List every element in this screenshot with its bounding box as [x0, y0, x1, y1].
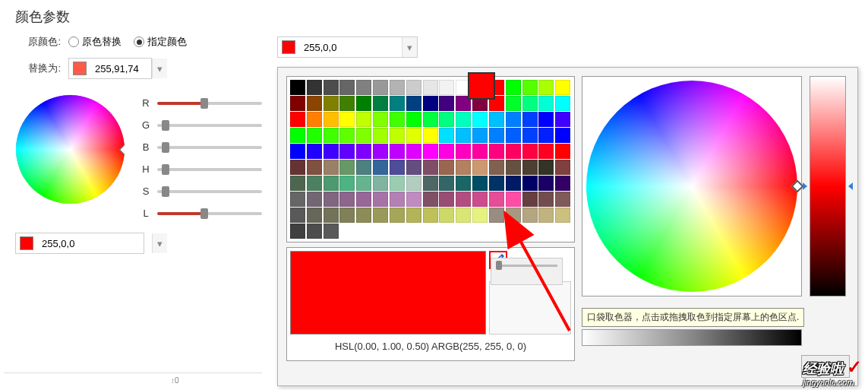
palette-cell[interactable]: [423, 176, 438, 191]
palette-cell[interactable]: [506, 160, 521, 175]
palette-cell[interactable]: [406, 176, 421, 191]
palette-cell[interactable]: [538, 96, 554, 111]
palette-cell[interactable]: [290, 208, 305, 223]
palette-cell[interactable]: [472, 208, 488, 223]
palette-cell[interactable]: [423, 96, 438, 111]
slider-g[interactable]: G: [140, 119, 262, 131]
palette-cell[interactable]: [290, 192, 305, 207]
palette-cell[interactable]: [522, 96, 538, 111]
palette-cell[interactable]: [439, 208, 454, 223]
palette-cell[interactable]: [472, 176, 488, 191]
palette-cell[interactable]: [522, 176, 538, 191]
palette-cell[interactable]: [339, 192, 355, 207]
palette-cell[interactable]: [406, 112, 421, 127]
palette-cell[interactable]: [439, 80, 454, 95]
slider-track[interactable]: [157, 146, 262, 149]
palette-cell[interactable]: [522, 80, 538, 95]
palette-cell[interactable]: [472, 112, 488, 127]
palette-cell[interactable]: [290, 144, 305, 159]
palette-cell[interactable]: [339, 208, 355, 223]
palette-cell[interactable]: [406, 192, 421, 207]
palette-cell[interactable]: [439, 160, 454, 175]
palette-cell[interactable]: [439, 144, 454, 159]
palette-cell[interactable]: [373, 80, 388, 95]
palette-cell[interactable]: [555, 208, 570, 223]
palette-cell[interactable]: [555, 80, 570, 95]
slider-r[interactable]: R: [140, 97, 262, 109]
palette-cell[interactable]: [423, 192, 438, 207]
palette-cell[interactable]: [373, 160, 388, 175]
palette-cell[interactable]: [456, 128, 471, 143]
palette-cell[interactable]: [489, 160, 504, 175]
palette-cell[interactable]: [489, 112, 504, 127]
palette-cell[interactable]: [390, 96, 405, 111]
palette-cell[interactable]: [406, 208, 421, 223]
palette-cell[interactable]: [456, 144, 471, 159]
palette-cell[interactable]: [555, 144, 570, 159]
palette-cell[interactable]: [538, 176, 554, 191]
slider-b[interactable]: B: [140, 141, 262, 153]
palette-cell[interactable]: [390, 80, 405, 95]
palette-cell[interactable]: [356, 80, 371, 95]
dropdown-button[interactable]: ▾: [402, 37, 417, 57]
palette-cell[interactable]: [555, 96, 570, 111]
palette-cell[interactable]: [324, 144, 339, 159]
palette-cell[interactable]: [555, 160, 570, 175]
palette-cell[interactable]: [373, 144, 388, 159]
palette-cell[interactable]: [290, 96, 305, 111]
palette-cell[interactable]: [538, 80, 554, 95]
palette-cell[interactable]: [339, 160, 355, 175]
palette-cell[interactable]: [324, 192, 339, 207]
palette-cell[interactable]: [406, 160, 421, 175]
palette-cell[interactable]: [555, 112, 570, 127]
palette-cell[interactable]: [423, 112, 438, 127]
palette-cell[interactable]: [390, 144, 405, 159]
slider-track[interactable]: [157, 124, 262, 127]
palette-cell[interactable]: [538, 208, 554, 223]
palette-cell[interactable]: [339, 128, 355, 143]
palette-cell[interactable]: [390, 160, 405, 175]
palette-cell[interactable]: [307, 224, 322, 239]
palette-cell[interactable]: [324, 160, 339, 175]
palette-cell[interactable]: [339, 144, 355, 159]
palette-cell[interactable]: [538, 112, 554, 127]
palette-cell[interactable]: [506, 128, 521, 143]
palette-cell[interactable]: [373, 128, 388, 143]
palette-cell[interactable]: [489, 144, 504, 159]
palette-cell[interactable]: [456, 160, 471, 175]
palette-cell[interactable]: [489, 192, 504, 207]
color-wheel-small[interactable]: [15, 94, 125, 205]
palette-cell[interactable]: [290, 112, 305, 127]
palette-cell[interactable]: [307, 144, 322, 159]
palette-cell[interactable]: [390, 208, 405, 223]
color-wheel-big[interactable]: [586, 81, 797, 292]
palette-cell[interactable]: [489, 176, 504, 191]
replace-color-input[interactable]: 255,91,74: [68, 58, 152, 79]
brightness-slider[interactable]: [810, 76, 846, 296]
bottom-color-input[interactable]: 255,0,0: [15, 233, 144, 254]
slider-track[interactable]: [157, 168, 262, 171]
palette-cell[interactable]: [456, 192, 471, 207]
palette-cell[interactable]: [522, 112, 538, 127]
palette-cell[interactable]: [489, 208, 504, 223]
palette-cell[interactable]: [538, 128, 554, 143]
palette-cell[interactable]: [439, 128, 454, 143]
palette-cell[interactable]: [373, 192, 388, 207]
original-color-input[interactable]: 255,0,0 ▾: [277, 36, 418, 58]
palette-cell[interactable]: [324, 224, 339, 239]
palette-cell[interactable]: [290, 224, 305, 239]
palette-cell[interactable]: [356, 144, 371, 159]
palette-cell[interactable]: [390, 176, 405, 191]
palette-cell[interactable]: [506, 112, 521, 127]
palette-cell[interactable]: [456, 176, 471, 191]
palette-cell[interactable]: [538, 192, 554, 207]
slider-l[interactable]: L: [140, 208, 262, 219]
palette-cell[interactable]: [423, 160, 438, 175]
palette-cell[interactable]: [324, 176, 339, 191]
palette-cell[interactable]: [373, 112, 388, 127]
palette-cell[interactable]: [406, 128, 421, 143]
slider-s[interactable]: S: [140, 185, 262, 197]
palette-cell[interactable]: [472, 160, 488, 175]
palette-cell[interactable]: [506, 80, 521, 95]
palette-cell[interactable]: [423, 208, 438, 223]
